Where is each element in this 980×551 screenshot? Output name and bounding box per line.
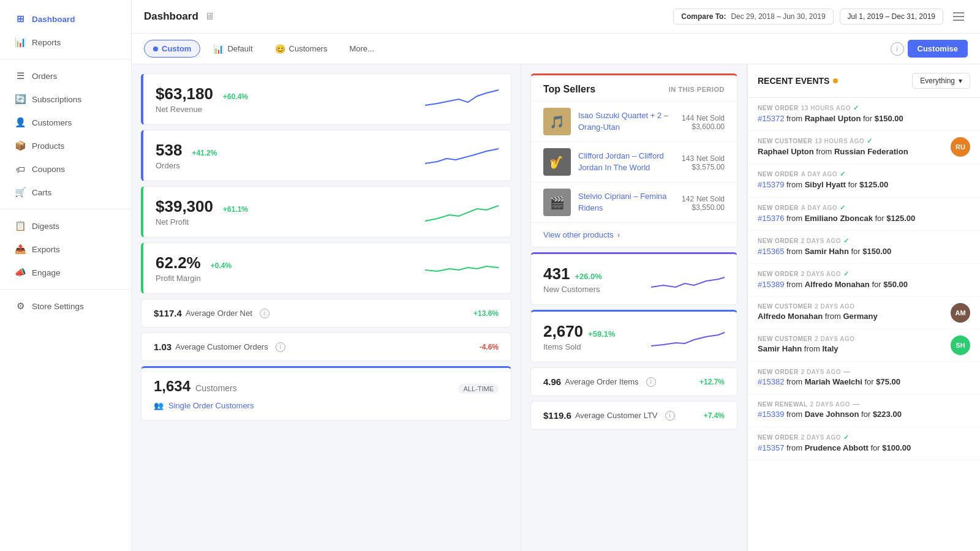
- sidebar-item-products[interactable]: 📦 Products: [4, 135, 127, 157]
- event-type-3: NEW ORDER A DAY AGO ✓: [758, 170, 970, 178]
- store-settings-icon: ⚙: [15, 301, 26, 312]
- events-filter-dropdown[interactable]: Everything ▾: [912, 73, 970, 89]
- tab-customers[interactable]: 😊 Customers: [266, 40, 337, 58]
- sidebar-item-coupons[interactable]: 🏷 Coupons: [4, 158, 127, 180]
- sidebar-divider: [0, 59, 131, 59]
- seller-revenue-1: $3,600.00: [682, 122, 725, 131]
- new-customers-label: New Customers: [543, 285, 602, 294]
- sidebar-item-store-settings[interactable]: ⚙ Store Settings: [4, 295, 127, 317]
- avg-order-items-value: 4.96: [543, 377, 561, 387]
- sidebar-item-digests[interactable]: 📋 Digests: [4, 215, 127, 237]
- recent-events-dot: [833, 78, 838, 83]
- net-profit-label: Net Profit: [156, 217, 248, 227]
- orders-card: 538 +41.2% Orders: [141, 130, 511, 181]
- display-icon: 🖥: [205, 11, 214, 22]
- right-panel: RECENT EVENTS Everything ▾ NEW ORDER 13 …: [747, 64, 980, 551]
- sidebar-item-subscriptions[interactable]: 🔄 Subscriptions: [4, 88, 127, 110]
- view-products-link[interactable]: View other products ›: [531, 222, 737, 247]
- engage-icon: 📣: [15, 267, 26, 278]
- avg-order-net-change: +13.6%: [473, 309, 499, 318]
- chevron-right-icon: ›: [617, 230, 620, 239]
- profit-margin-change: +0.4%: [211, 261, 232, 270]
- top-sellers-title: Top Sellers: [543, 84, 595, 95]
- sidebar-item-exports[interactable]: 📤 Exports: [4, 238, 127, 260]
- avg-customer-ltv-change: +7.4%: [704, 411, 725, 420]
- check-icon-3: ✓: [840, 170, 846, 178]
- seller-name-2[interactable]: Clifford Jordan – Clifford Jordan In The…: [578, 151, 674, 173]
- sidebar-item-dashboard[interactable]: ⊞ Dashboard: [4, 8, 127, 30]
- compare-to-selector[interactable]: Compare To: Dec 29, 2018 – Jun 30, 2019: [673, 9, 833, 24]
- customers-badge: ALL-TIME: [458, 384, 499, 394]
- top-sellers-header: Top Sellers IN THIS PERIOD: [531, 75, 737, 101]
- items-sold-card: 2,670 +59.1% Items Sold: [530, 310, 737, 362]
- profit-margin-left: 62.2% +0.4% Profit Margin: [156, 253, 232, 283]
- avg-order-net-info-icon[interactable]: i: [260, 309, 270, 318]
- sidebar-item-reports[interactable]: 📊 Reports: [4, 31, 127, 53]
- avg-order-net-label: Average Order Net: [186, 309, 252, 318]
- top-sellers-card: Top Sellers IN THIS PERIOD 🎵 Isao Suzuki…: [530, 73, 737, 247]
- items-sold-change: +59.1%: [588, 329, 615, 339]
- orders-change: +41.2%: [192, 149, 217, 157]
- dash-icon-10: —: [853, 400, 860, 408]
- check-icon-2: ✓: [867, 137, 873, 145]
- avg-order-items-label: Average Order Items: [565, 377, 638, 386]
- new-customers-left: 431 +26.0% New Customers: [543, 264, 602, 294]
- seller-name-1[interactable]: Isao Suzuki Quartet + 2 – Orang-Utan: [578, 110, 674, 132]
- sidebar-item-customers[interactable]: 👤 Customers: [4, 111, 127, 133]
- net-profit-change: +61.1%: [223, 205, 248, 214]
- profit-margin-label: Profit Margin: [156, 274, 232, 283]
- single-order-customers-link[interactable]: 👥 Single Order Customers: [154, 401, 499, 410]
- event-text-8: Samir Hahn from Italy: [758, 343, 946, 354]
- event-text-6: #15389 from Alfredo Monahan for $50.00: [758, 279, 970, 290]
- event-content-1: NEW ORDER 13 HOURS AGO ✓ #15372 from Rap…: [758, 104, 970, 124]
- tab-custom-dot: [153, 47, 158, 51]
- event-type-10: NEW RENEWAL 2 DAYS AGO —: [758, 400, 970, 408]
- avg-customer-orders-info-icon[interactable]: i: [276, 342, 285, 352]
- event-type-11: NEW ORDER 2 DAYS AGO ✓: [758, 433, 970, 441]
- check-icon-6: ✓: [843, 270, 850, 278]
- sidebar-item-orders[interactable]: ☰ Orders: [4, 65, 127, 87]
- event-item-4: NEW ORDER A DAY AGO ✓ #15376 from Emilia…: [748, 198, 980, 231]
- net-revenue-label: Net Revenue: [156, 105, 248, 114]
- header-left: Dashboard 🖥: [144, 10, 214, 23]
- date-range-selector[interactable]: Jul 1, 2019 – Dec 31, 2019: [840, 9, 943, 24]
- event-content-8: NEW CUSTOMER 2 DAYS AGO Samir Hahn from …: [758, 335, 946, 354]
- seller-img-2: 🎷: [543, 148, 571, 176]
- avg-customer-orders-change: -4.6%: [480, 343, 499, 351]
- customers-sub-icon: 👥: [154, 401, 164, 410]
- seller-revenue-2: $3,575.00: [682, 163, 725, 171]
- tab-info-icon[interactable]: i: [891, 42, 904, 56]
- customise-button[interactable]: Customise: [908, 40, 968, 58]
- avg-customer-ltv-info-icon[interactable]: i: [665, 411, 675, 421]
- net-profit-chart: [425, 197, 499, 227]
- net-revenue-left: $63,180 +60.4% Net Revenue: [156, 84, 248, 114]
- orders-left: 538 +41.2% Orders: [156, 141, 217, 170]
- orders-value: 538: [156, 141, 182, 160]
- avg-customer-ltv-label: Average Customer LTV: [575, 411, 658, 420]
- event-item-9: NEW ORDER 2 DAYS AGO — #15382 from Maria…: [748, 362, 980, 394]
- customers-icon: 👤: [15, 117, 26, 128]
- items-sold-chart: [651, 321, 725, 352]
- middle-panel: Top Sellers IN THIS PERIOD 🎵 Isao Suzuki…: [521, 64, 747, 551]
- seller-img-3: 🎬: [543, 189, 571, 216]
- sidebar-item-engage[interactable]: 📣 Engage: [4, 261, 127, 283]
- event-content-10: NEW RENEWAL 2 DAYS AGO — #15339 from Dav…: [758, 400, 970, 420]
- new-customers-change: +26.0%: [575, 272, 601, 281]
- tab-more[interactable]: More...: [340, 40, 383, 58]
- avg-order-net-value: $117.4: [154, 308, 182, 318]
- seller-name-3[interactable]: Stelvio Cipriani – Femina Ridens: [578, 191, 674, 213]
- header-menu-icon[interactable]: [949, 7, 968, 26]
- net-profit-value: $39,300: [156, 197, 213, 216]
- avg-order-items-info-icon[interactable]: i: [646, 377, 656, 387]
- orders-chart: [425, 140, 499, 171]
- sidebar-item-carts[interactable]: 🛒 Carts: [4, 181, 127, 203]
- items-sold-left: 2,670 +59.1% Items Sold: [543, 322, 616, 351]
- net-profit-card: $39,300 +61.1% Net Profit: [141, 186, 511, 238]
- avg-customer-orders-value: 1.03: [154, 342, 172, 352]
- tab-custom[interactable]: Custom: [144, 40, 200, 58]
- tab-default[interactable]: 📊 Default: [204, 40, 262, 58]
- new-customers-chart: [651, 264, 725, 294]
- seller-revenue-3: $3,550.00: [682, 203, 725, 212]
- avg-customer-orders-label: Average Customer Orders: [175, 342, 268, 351]
- page-title: Dashboard: [144, 10, 198, 23]
